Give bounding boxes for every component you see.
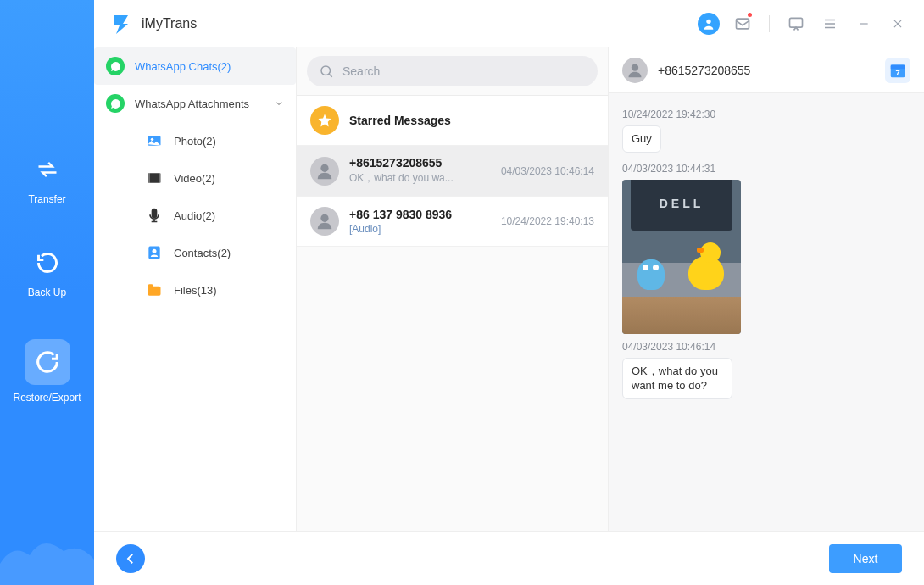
conversation-contact: +8615273208655	[658, 64, 875, 77]
chat-time: 10/24/2022 19:40:13	[501, 215, 594, 227]
svg-point-10	[153, 249, 157, 254]
chat-row[interactable]: +86 137 9830 8936 [Audio] 10/24/2022 19:…	[297, 197, 608, 247]
search-input[interactable]: Search	[307, 56, 598, 86]
menu-button[interactable]	[819, 13, 841, 35]
svg-point-13	[320, 214, 328, 222]
avatar-icon	[622, 58, 648, 83]
account-icon	[698, 13, 720, 35]
message-bubble: Guy	[622, 125, 661, 153]
category-label: WhatsApp Attachments	[135, 98, 249, 110]
category-audio[interactable]: Audio(2)	[133, 197, 296, 234]
chevron-down-icon	[274, 98, 284, 109]
svg-text:7: 7	[895, 68, 899, 76]
message-timestamp: 04/03/2023 10:46:14	[622, 341, 910, 353]
chat-time: 04/03/2023 10:46:14	[501, 165, 594, 177]
conversation-body[interactable]: 10/24/2022 19:42:30 Guy 04/03/2023 10:44…	[609, 93, 924, 531]
search-icon	[319, 64, 334, 79]
divider	[769, 15, 770, 32]
app-title: iMyTrans	[142, 16, 197, 31]
starred-label: Starred Messages	[349, 114, 594, 127]
starred-messages-row[interactable]: Starred Messages	[297, 95, 608, 146]
svg-point-14	[632, 64, 638, 70]
nav-backup[interactable]: Back Up	[0, 246, 94, 298]
search-placeholder: Search	[342, 64, 380, 78]
category-whatsapp-chats[interactable]: WhatsApp Chats(2)	[94, 47, 296, 85]
inbox-button[interactable]	[732, 13, 754, 35]
transfer-icon	[31, 153, 64, 187]
nav-restore-export[interactable]: Restore/Export	[0, 339, 94, 404]
category-video[interactable]: Video(2)	[133, 159, 296, 197]
app-header: iMyTrans	[94, 0, 924, 47]
header-actions	[698, 13, 909, 35]
next-button[interactable]: Next	[829, 544, 902, 573]
photo-icon	[145, 131, 164, 150]
folder-icon	[145, 281, 164, 299]
svg-rect-8	[153, 209, 157, 218]
category-label: Audio(2)	[174, 209, 215, 222]
svg-rect-1	[737, 19, 749, 29]
video-icon	[145, 169, 164, 187]
minimize-button[interactable]	[853, 13, 875, 35]
back-button[interactable]	[116, 544, 145, 573]
category-label: Contacts(2)	[174, 247, 231, 259]
minimize-icon	[858, 18, 870, 30]
nav-label: Back Up	[28, 287, 66, 298]
backup-icon	[31, 246, 64, 280]
nav-label: Transfer	[28, 193, 65, 205]
category-files[interactable]: Files(13)	[133, 271, 296, 309]
arrow-left-icon	[123, 551, 138, 566]
star-icon	[310, 106, 339, 135]
chat-icon	[788, 15, 804, 32]
svg-rect-7	[159, 173, 161, 183]
category-label: WhatsApp Chats(2)	[135, 60, 231, 73]
avatar-icon	[310, 157, 339, 186]
svg-point-12	[320, 164, 328, 171]
calendar-button[interactable]: 7	[885, 58, 910, 83]
nav-transfer[interactable]: Transfer	[0, 153, 94, 205]
category-photo[interactable]: Photo(2)	[133, 122, 296, 159]
svg-point-0	[706, 19, 710, 23]
chat-preview: OK，what do you wa...	[349, 171, 491, 186]
footer: Next	[94, 531, 924, 585]
chat-name: +86 137 9830 8936	[349, 208, 491, 221]
svg-point-11	[321, 66, 331, 75]
category-whatsapp-attachments[interactable]: WhatsApp Attachments	[94, 85, 296, 122]
whatsapp-icon	[106, 94, 125, 113]
cloud-decoration	[0, 526, 94, 585]
category-sidebar: WhatsApp Chats(2) WhatsApp Attachments P…	[94, 47, 297, 531]
contacts-icon	[145, 243, 164, 262]
audio-icon	[145, 206, 164, 225]
nav-label: Restore/Export	[13, 392, 81, 404]
chat-preview: [Audio]	[349, 223, 491, 235]
restore-icon	[25, 339, 70, 385]
app-logo: iMyTrans	[109, 12, 197, 36]
content-columns: WhatsApp Chats(2) WhatsApp Attachments P…	[94, 47, 924, 531]
logo-icon	[109, 12, 133, 36]
account-button[interactable]	[698, 13, 720, 35]
conversation-header: +8615273208655 7	[609, 47, 924, 93]
inbox-icon	[734, 15, 751, 32]
search-wrap: Search	[297, 47, 608, 95]
message-timestamp: 04/03/2023 10:44:31	[622, 163, 910, 175]
feedback-button[interactable]	[785, 13, 807, 35]
category-label: Files(13)	[174, 284, 217, 297]
message-bubble: OK，what do you want me to do?	[622, 358, 732, 399]
category-label: Video(2)	[174, 172, 215, 185]
svg-rect-2	[790, 18, 803, 27]
nav-rail: Transfer Back Up Restore/Export	[0, 0, 94, 585]
category-label: Photo(2)	[174, 135, 216, 148]
message-image[interactable]: DELL	[622, 180, 741, 334]
chat-list-column: Search Starred Messages +8615273208655 O…	[297, 47, 609, 531]
close-icon	[892, 18, 904, 30]
close-button[interactable]	[887, 13, 909, 35]
whatsapp-icon	[106, 57, 125, 75]
calendar-icon: 7	[888, 61, 907, 80]
category-contacts[interactable]: Contacts(2)	[133, 234, 296, 271]
avatar-icon	[310, 207, 339, 236]
chat-row[interactable]: +8615273208655 OK，what do you wa... 04/0…	[297, 146, 608, 197]
menu-icon	[822, 16, 838, 31]
chat-name: +8615273208655	[349, 156, 491, 170]
conversation-column: +8615273208655 7 10/24/2022 19:42:30 Guy…	[609, 47, 924, 531]
attachment-subcategories: Photo(2) Video(2) Audio(2) Contacts(2) F…	[94, 122, 296, 309]
svg-point-4	[151, 138, 153, 141]
